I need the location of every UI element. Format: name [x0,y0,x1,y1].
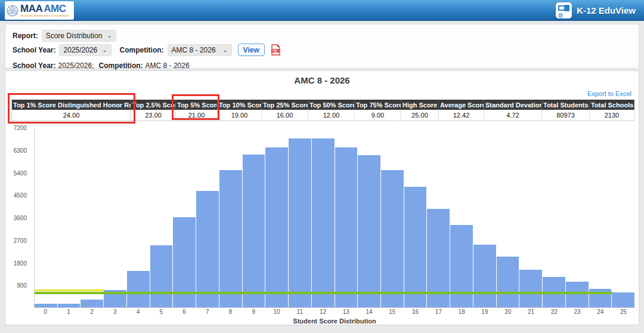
maa-amc-logo: MAAAMC American Mathematics Competitions [5,1,74,20]
x-tick-label: 2 [80,309,104,315]
x-tick-label: 12 [311,309,335,315]
score-bar-25 [612,292,635,307]
x-tick-label: 7 [196,309,219,315]
yellow-threshold-line [35,289,104,291]
x-tick-label: 17 [427,309,450,315]
score-bar-0 [35,304,58,307]
plot-area [34,128,635,308]
y-tick-label: 900 [17,282,27,289]
school-year-select[interactable]: 2025/2026 ⌄ [59,44,111,56]
y-tick-label: 5400 [14,169,27,176]
x-tick-label: 16 [404,309,427,315]
bars-container [35,128,635,307]
competition-select-value: AMC 8 - 2026 [172,46,216,54]
summary-competition-label: Competition: [99,61,143,70]
x-tick-label: 18 [450,309,473,315]
stats-value-cell: 16.00 [262,110,308,121]
logo-maa-text: MAA [20,3,42,14]
x-tick-label: 5 [150,309,173,315]
x-tick-label: 9 [242,309,265,315]
score-bar-1 [58,304,81,307]
green-threshold-line [35,292,612,294]
stats-value-cell: 25.00 [401,110,439,121]
y-tick-label: 7200 [14,125,27,131]
stats-header-cell: Total Students [542,100,590,110]
export-to-excel-link[interactable]: Export to Excel [587,90,631,97]
app-header: MAAAMC American Mathematics Competitions… [0,0,644,21]
school-year-select-value: 2025/2026 [63,46,97,54]
maa-geodesic-icon [7,5,18,17]
score-bar-16 [404,187,428,307]
stats-value-cell: 21.00 [176,110,218,121]
stats-header-cell: Top 25% Score [262,100,308,110]
score-bar-2 [80,300,104,307]
x-axis-title: Student Score Distribution [34,317,635,325]
stats-header-cell: Top 50% Score [308,100,355,110]
x-tick-label: 14 [358,309,381,315]
stats-header-cell: Standard Devation [484,100,542,110]
x-tick-label: 8 [219,309,242,315]
logo-subtitle: American Mathematics Competitions [20,14,69,17]
view-button[interactable]: View [238,44,265,56]
y-tick-label: 4500 [14,192,27,199]
x-tick-label: 0 [34,309,57,315]
score-bar-20 [497,257,520,307]
eduview-app-icon: ⚙ [556,2,572,18]
stats-value-cell: 9.00 [355,110,401,121]
report-panel: AMC 8 - 2026 Export to Excel Top 1% Scor… [5,70,639,325]
y-tick-label: 6300 [14,147,27,153]
score-bar-13 [335,147,358,307]
x-tick-label: 20 [496,309,519,315]
stats-header-cell: Top 10% Score [218,100,262,110]
score-stats-table: Top 1% Score Distinguished Honor RollTop… [11,100,634,121]
score-bar-18 [450,225,473,307]
score-bar-23 [566,282,589,307]
stats-value-cell: 12.42 [439,110,484,121]
x-tick-label: 1 [57,309,80,315]
y-tick-label: 2700 [14,237,27,243]
stats-value-cell: 24.00 [12,110,131,121]
stats-value-cell: 19.00 [218,110,262,121]
stats-header-cell: Top 1% Score Distinguished Honor Roll [12,100,131,110]
report-select[interactable]: Score Distribution ⌄ [42,30,116,42]
x-tick-label: 25 [612,309,635,315]
summary-school-year-value: 2025/2026; [58,61,94,70]
summary-competition-value: AMC 8 - 2026 [145,61,190,70]
stats-header-row: Top 1% Score Distinguished Honor RollTop… [12,100,634,110]
y-axis: 9001800270036004500540063007200 [13,128,30,308]
stats-header-cell: Top 2.5% Score [131,100,176,110]
school-year-label: School Year: [13,46,55,54]
x-tick-label: 22 [543,309,566,315]
y-tick-label: 1800 [14,260,27,266]
stats-header-cell: Average Score [439,100,484,110]
score-bar-4 [127,271,150,307]
score-bar-11 [289,138,312,307]
stats-value-cell: 80973 [542,110,590,121]
x-tick-label: 4 [126,309,150,315]
x-tick-label: 19 [473,309,497,315]
x-tick-label: 21 [519,309,543,315]
stats-header-cell: Top 75% Score [355,100,401,110]
score-bar-5 [150,245,174,307]
score-bar-14 [358,155,381,307]
x-axis: 0123456789101112131415161718192021222324… [34,309,635,315]
stats-header-cell: Top 5% Score [176,100,218,110]
x-tick-label: 11 [288,309,311,315]
x-tick-label: 6 [173,309,196,315]
competition-label: Competition: [120,46,164,54]
pdf-export-icon[interactable]: PDF [271,44,281,56]
report-controls-panel: Report: Score Distribution ⌄ School Year… [5,24,639,69]
stats-value-cell: 23.00 [131,110,176,121]
score-bar-7 [196,191,219,307]
x-tick-label: 10 [265,309,289,315]
x-tick-label: 24 [589,309,612,315]
gear-icon: ⚙ [558,13,564,19]
score-bar-10 [265,147,289,307]
competition-select[interactable]: AMC 8 - 2026 ⌄ [168,44,232,56]
svg-text:PDF: PDF [273,50,278,53]
x-tick-label: 15 [380,309,404,315]
report-select-value: Score Distribution [46,32,103,40]
x-tick-label: 3 [103,309,126,315]
stats-header-cell: High Score [401,100,439,110]
stats-value-cell: 4.72 [484,110,542,121]
